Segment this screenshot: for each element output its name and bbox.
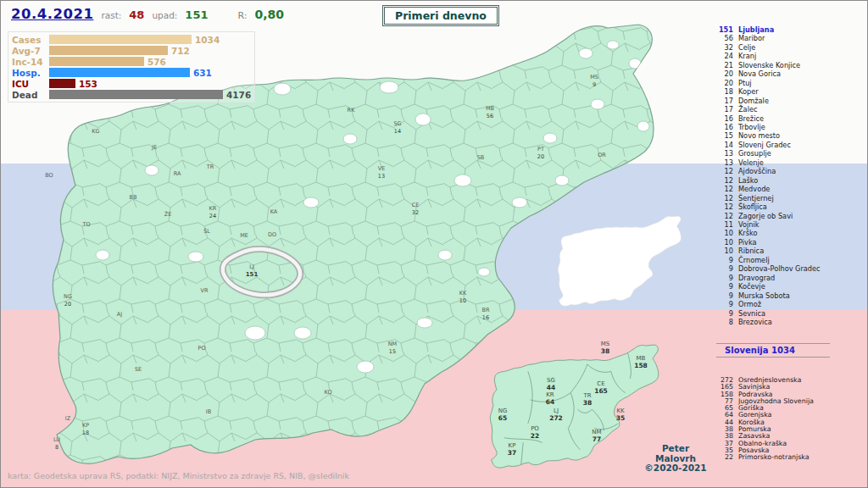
list-item: 12 Medvode <box>713 185 821 193</box>
stat-label: Hosp. <box>12 68 49 78</box>
item-name: Krško <box>738 229 757 237</box>
map-label-code: RK <box>348 107 356 114</box>
map-label-code: LU <box>53 436 60 443</box>
map-label-code: NG <box>64 293 72 300</box>
stat-row: Hosp. 631 <box>12 67 251 78</box>
stat-value: 712 <box>171 46 190 56</box>
list-item: 17 Domžale <box>713 97 821 105</box>
item-name: Domžale <box>738 97 769 105</box>
map-label-value: 44 <box>547 384 555 391</box>
map-label-code: IZ <box>65 415 71 422</box>
upad-value: 151 <box>185 8 208 21</box>
map-label-value: 10 <box>459 297 466 304</box>
item-count: 24 <box>713 52 733 60</box>
map-label-value: 35 <box>616 414 625 422</box>
item-name: Kranj <box>738 52 756 60</box>
map-label-value: 18 <box>82 430 89 436</box>
map-label-code: KO <box>324 389 331 396</box>
item-count: 12 <box>713 212 733 220</box>
map-label-code: KK <box>459 290 467 297</box>
item-name: Brežice <box>738 114 764 123</box>
list-item: 10 Krško <box>713 229 821 237</box>
item-name: Ajdovščina <box>738 167 776 175</box>
stat-value: 153 <box>79 79 97 89</box>
item-name: Celje <box>738 43 755 52</box>
dashboard: KGJERATRBOBBŽETOKR24KAŠLMEDOLJ151VRCE32V… <box>0 0 868 488</box>
item-count: 13 <box>713 149 733 158</box>
region-inset-map: SG44MS38MB158CE165KR64TR38LJ272NG65KK35N… <box>490 341 658 468</box>
item-count: 10 <box>713 229 733 237</box>
item-count: 151 <box>713 25 733 34</box>
author-credit: Peter Malovrh ©2020-2021 <box>638 444 713 474</box>
map-label-code: SE <box>135 366 142 373</box>
stat-value: 1034 <box>195 35 220 45</box>
map-label-value: 151 <box>246 271 259 278</box>
list-item: 9 Dobrova-Polhov Gradec <box>713 264 821 273</box>
map-label-value: 65 <box>498 414 507 422</box>
list-item: 13 Grosuplje <box>713 149 821 158</box>
item-count: 16 <box>713 114 733 123</box>
map-label-code: VE <box>378 165 386 172</box>
item-name: Škofljica <box>738 202 767 211</box>
map-label-code: KG <box>92 128 99 135</box>
map-label-code: BO <box>45 172 53 179</box>
item-name: Nova Gorica <box>738 69 781 78</box>
list-item: 10 Ribnica <box>713 247 821 255</box>
item-count: 11 <box>713 220 733 229</box>
item-name: Medvode <box>738 185 770 193</box>
map-label-value: 64 <box>546 398 554 406</box>
rast-value: 48 <box>129 8 144 21</box>
map-label-code: SG <box>393 120 401 127</box>
item-count: 12 <box>713 167 733 175</box>
map-label-value: 20 <box>64 301 71 308</box>
item-count: 22 <box>713 454 733 461</box>
item-name: Velenje <box>738 158 764 167</box>
item-name: Ptuj <box>738 79 752 87</box>
r-label: R: <box>238 10 248 21</box>
map-label-value: 8 <box>55 444 58 451</box>
list-item: 9 Sevnica <box>713 309 821 318</box>
daily-cases-button[interactable]: Primeri dnevno <box>384 7 498 25</box>
list-item: 22 Primorsko-notranjska <box>713 454 814 461</box>
list-item: 11 Vojnik <box>713 220 821 229</box>
stat-bar <box>49 46 168 55</box>
map-label-code: KA <box>270 208 278 215</box>
map-label-code: RA <box>174 170 181 177</box>
item-count: 20 <box>713 79 733 87</box>
map-label-value: 165 <box>594 387 608 395</box>
list-item: 9 Murska Sobota <box>713 291 821 300</box>
item-name: Ljubljana <box>738 25 774 34</box>
stat-value: 4176 <box>226 90 251 100</box>
map-label-code: NM <box>388 341 397 347</box>
stat-label: ICU <box>12 79 49 89</box>
map-label-value: 22 <box>531 432 539 440</box>
map-label-value: 14 <box>394 128 401 135</box>
stat-bar <box>49 90 223 99</box>
stat-row: Cases 1034 <box>12 34 251 45</box>
map-label-code: BR <box>482 307 490 313</box>
map-label-value: 13 <box>378 173 385 180</box>
item-name: Kočevje <box>738 282 765 291</box>
item-name: Dravograd <box>738 274 775 282</box>
list-item: 9 Kočevje <box>713 282 821 291</box>
item-count: 21 <box>713 61 733 69</box>
item-count: 8 <box>713 318 733 326</box>
stat-value: 631 <box>193 68 212 78</box>
map-label-code: LJ <box>249 263 254 270</box>
map-label-value: 16 <box>482 314 489 321</box>
stat-row: ICU 153 <box>12 78 251 89</box>
map-label-value: 15 <box>389 348 396 355</box>
list-item: 12 Ajdovščina <box>713 167 821 175</box>
stat-bar <box>49 57 144 66</box>
item-count: 9 <box>713 282 733 291</box>
map-label-value: 272 <box>549 414 563 422</box>
map-label-value: 77 <box>593 435 601 443</box>
stat-row: Inc-14 576 <box>12 56 251 67</box>
map-label-code: VR <box>201 287 209 294</box>
list-item: 18 Koper <box>713 87 821 96</box>
item-name: Grosuplje <box>738 149 771 158</box>
list-item: 8 Brezovica <box>713 318 821 326</box>
map-label-code: PO <box>198 345 205 352</box>
map-label-code: MS <box>590 74 598 80</box>
item-name: Trbovlje <box>738 123 765 131</box>
